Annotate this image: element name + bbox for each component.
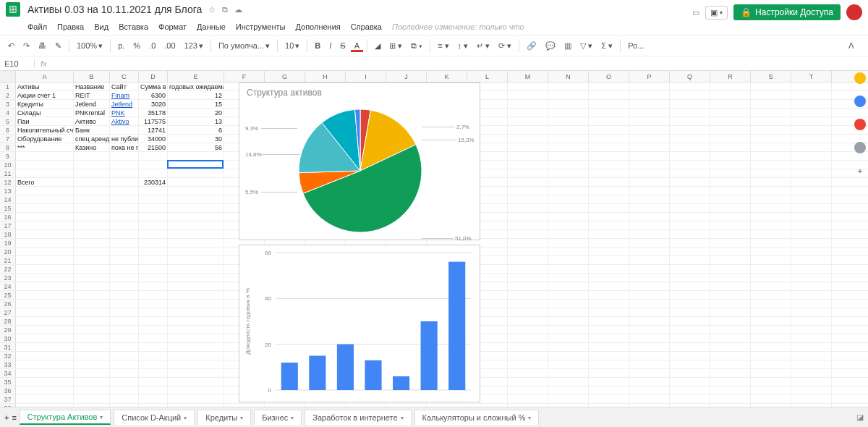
cell[interactable] [16,152,74,160]
cell[interactable] [710,378,751,386]
row-header[interactable]: 36 [0,386,16,394]
cell[interactable] [168,178,224,186]
cell[interactable] [751,386,791,394]
cell[interactable] [589,187,629,195]
cell[interactable] [710,300,751,308]
cell[interactable] [791,369,832,377]
cell[interactable] [791,248,832,255]
cell[interactable] [710,386,751,394]
cell[interactable] [710,265,751,273]
cell[interactable] [16,161,74,169]
row-header[interactable]: 22 [0,265,16,273]
cell[interactable] [508,135,548,143]
cell[interactable]: годовых ожидаемая * [168,83,224,90]
cell[interactable] [751,274,791,282]
cell[interactable] [168,152,224,160]
row-header[interactable]: 21 [0,256,16,264]
cell[interactable] [74,239,110,247]
cell[interactable] [751,282,791,290]
menu-view[interactable]: Вид [94,22,109,31]
row-header[interactable]: 15 [0,204,16,212]
cell[interactable] [508,369,548,377]
cell[interactable] [710,187,751,195]
menu-file[interactable]: Файл [27,22,47,31]
cell[interactable] [508,230,548,238]
cell[interactable] [508,282,548,290]
cell[interactable] [548,100,589,108]
cell[interactable] [670,213,710,221]
cell[interactable] [791,213,832,221]
cell[interactable]: PNK [110,109,139,117]
cell[interactable] [751,334,791,342]
cell[interactable] [110,221,139,229]
cell[interactable] [548,369,589,377]
cell[interactable]: *** [16,143,74,151]
sheet-tab[interactable]: Бизнес▾ [254,410,302,425]
cell[interactable] [629,221,670,229]
cell[interactable] [168,343,224,351]
comment-icon[interactable]: 💬 [542,40,559,52]
cell[interactable] [629,256,670,264]
cell[interactable] [110,161,139,169]
cell[interactable] [710,369,751,377]
cell[interactable]: 117575 [139,117,168,125]
cell[interactable] [670,126,710,134]
row-header[interactable]: 24 [0,282,16,290]
cell[interactable] [139,378,168,386]
cell[interactable] [74,308,110,316]
row-header[interactable]: 20 [0,248,16,255]
cell[interactable] [710,308,751,316]
cell[interactable] [710,178,751,186]
cell[interactable] [548,334,589,342]
explore-icon[interactable]: ◪ [856,413,864,422]
cell[interactable] [629,308,670,316]
cell[interactable] [791,239,832,247]
cell[interactable] [589,91,629,99]
col-header[interactable]: G [265,71,305,82]
cell[interactable] [791,230,832,238]
cell[interactable] [548,230,589,238]
cell[interactable] [589,100,629,108]
cell[interactable]: 230314 [139,178,168,186]
cell[interactable] [139,204,168,212]
cell[interactable] [168,239,224,247]
cell[interactable] [74,178,110,186]
cell[interactable] [110,126,139,134]
cell[interactable] [791,334,832,342]
cell[interactable] [110,308,139,316]
row-header[interactable]: 13 [0,187,16,195]
cell[interactable] [508,378,548,386]
cell[interactable] [791,152,832,160]
cell[interactable] [751,395,791,403]
cell[interactable] [589,395,629,403]
cell[interactable] [629,109,670,117]
cell[interactable] [791,300,832,308]
cell[interactable] [629,239,670,247]
cell[interactable] [548,360,589,368]
cell[interactable] [508,343,548,351]
cell[interactable] [548,317,589,325]
cell[interactable] [110,395,139,403]
cell[interactable] [710,317,751,325]
cell[interactable] [629,152,670,160]
row-header[interactable]: 12 [0,178,16,186]
cell[interactable] [16,386,74,394]
cell[interactable] [751,195,791,203]
link-icon[interactable]: 🔗 [523,40,540,52]
cell[interactable] [791,352,832,360]
cell[interactable] [110,282,139,290]
cell[interactable] [508,126,548,134]
cell[interactable] [629,274,670,282]
cell[interactable] [139,360,168,368]
row-header[interactable]: 30 [0,334,16,342]
cell[interactable] [751,230,791,238]
cell[interactable] [629,230,670,238]
zoom[interactable]: 100% ▾ [73,40,106,52]
cell[interactable] [670,378,710,386]
cell[interactable]: 30 [168,135,224,143]
cell[interactable] [16,395,74,403]
cell[interactable] [508,117,548,125]
cell[interactable] [168,300,224,308]
last-edit[interactable]: Последнее изменение: только что [392,22,524,31]
cell[interactable] [548,248,589,255]
